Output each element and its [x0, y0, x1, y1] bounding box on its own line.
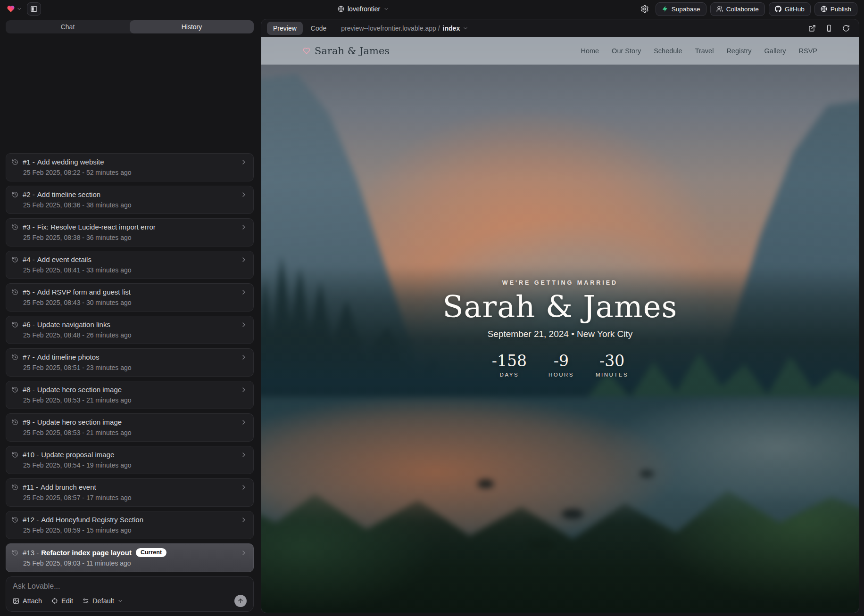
- history-item[interactable]: #2 - Add timeline section 25 Feb 2025, 0…: [6, 186, 254, 214]
- history-item-title: #10 - Update proposal image: [23, 451, 114, 459]
- preview-toolbar: Preview Code preview--lovefrontier.lovab…: [261, 19, 859, 37]
- history-item[interactable]: #13 - Refactor index page layout Current…: [6, 543, 254, 572]
- history-item[interactable]: #6 - Update navigation links 25 Feb 2025…: [6, 316, 254, 344]
- collaborate-button[interactable]: Collaborate: [710, 2, 765, 16]
- crosshair-icon: [51, 598, 58, 604]
- tab-history[interactable]: History: [130, 20, 254, 33]
- chevron-right-icon: [240, 256, 248, 263]
- heart-icon: [303, 47, 310, 55]
- attach-button[interactable]: Attach: [13, 597, 42, 605]
- project-name: lovefrontier: [348, 5, 380, 13]
- mobile-view-button[interactable]: [822, 22, 836, 35]
- site-nav-link[interactable]: Registry: [726, 47, 751, 55]
- history-item-timestamp: 25 Feb 2025, 08:22 - 52 minutes ago: [23, 169, 248, 176]
- prompt-input[interactable]: [13, 582, 247, 592]
- refresh-button[interactable]: [839, 22, 853, 35]
- history-item[interactable]: #7 - Add timeline photos 25 Feb 2025, 08…: [6, 348, 254, 377]
- users-icon: [716, 6, 723, 12]
- history-item[interactable]: #10 - Update proposal image 25 Feb 2025,…: [6, 446, 254, 474]
- site-nav-link[interactable]: RSVP: [799, 47, 818, 55]
- history-item-title: #4 - Add event details: [23, 255, 91, 264]
- history-icon: [12, 452, 18, 458]
- arrow-up-icon: [237, 598, 244, 604]
- history-item-title: #1 - Add wedding website: [23, 158, 104, 166]
- history-item-title: #11 - Add brunch event: [23, 483, 96, 492]
- history-item-timestamp: 25 Feb 2025, 08:43 - 30 minutes ago: [23, 299, 248, 306]
- sidebar: Chat History #1 - Add wedding website 25…: [0, 18, 257, 616]
- preview-panel: Preview Code preview--lovefrontier.lovab…: [261, 19, 859, 613]
- chevron-right-icon: [240, 451, 248, 459]
- edit-button[interactable]: Edit: [51, 597, 73, 605]
- history-item[interactable]: #8 - Update hero section image 25 Feb 20…: [6, 381, 254, 409]
- chevron-right-icon: [240, 288, 248, 296]
- url-host: preview--lovefrontier.lovable.app /: [341, 25, 440, 32]
- publish-button[interactable]: Publish: [814, 2, 857, 16]
- globe-icon: [821, 6, 827, 12]
- history-icon: [12, 517, 18, 523]
- history-item-timestamp: 25 Feb 2025, 08:54 - 19 minutes ago: [23, 461, 248, 469]
- supabase-button[interactable]: Supabase: [656, 2, 706, 16]
- lovable-heart-logo-icon: [7, 5, 15, 13]
- tab-chat[interactable]: Chat: [6, 20, 130, 33]
- hero-content: WE'RE GETTING MARRIED Sarah & James Sept…: [261, 37, 859, 378]
- site-nav-link[interactable]: Schedule: [654, 47, 682, 55]
- countdown-unit: -9 HOURS: [548, 352, 574, 378]
- countdown-value: -9: [548, 352, 574, 370]
- tab-preview[interactable]: Preview: [267, 22, 303, 35]
- chevron-right-icon: [240, 223, 248, 231]
- history-item-timestamp: 25 Feb 2025, 09:03 - 11 minutes ago: [23, 559, 248, 567]
- history-icon: [12, 159, 18, 165]
- topbar: lovefrontier Supabase: [0, 0, 864, 18]
- history-item[interactable]: #9 - Update hero section image 25 Feb 20…: [6, 413, 254, 442]
- countdown-label: MINUTES: [596, 371, 628, 378]
- image-icon: [13, 598, 19, 604]
- sliders-icon: [83, 598, 89, 604]
- open-in-new-tab-button[interactable]: [805, 22, 819, 35]
- supabase-icon: [662, 6, 668, 12]
- countdown-value: -158: [492, 352, 527, 370]
- site-nav-link[interactable]: Gallery: [764, 47, 786, 55]
- history-item-title: #2 - Add timeline section: [23, 190, 100, 199]
- app-root: lovefrontier Supabase: [0, 0, 864, 616]
- history-item[interactable]: #5 - Add RSVP form and guest list 25 Feb…: [6, 283, 254, 312]
- history-item-timestamp: 25 Feb 2025, 08:38 - 36 minutes ago: [23, 234, 248, 241]
- tab-code[interactable]: Code: [305, 22, 332, 35]
- current-badge: Current: [136, 548, 166, 557]
- site-nav-link[interactable]: Travel: [695, 47, 714, 55]
- site-nav-link[interactable]: Home: [581, 47, 599, 55]
- history-item[interactable]: #4 - Add event details 25 Feb 2025, 08:4…: [6, 251, 254, 279]
- preview-url[interactable]: preview--lovefrontier.lovable.app / inde…: [341, 25, 468, 32]
- lovable-menu[interactable]: [7, 5, 22, 13]
- history-icon: [12, 289, 18, 296]
- mode-select[interactable]: Default: [83, 597, 123, 605]
- site-nav: Home Our Story Schedule Travel Registry …: [581, 47, 817, 55]
- chevron-right-icon: [240, 158, 248, 166]
- github-button[interactable]: GitHub: [769, 2, 811, 16]
- history-item-timestamp: 25 Feb 2025, 08:36 - 38 minutes ago: [23, 201, 248, 209]
- history-item[interactable]: #11 - Add brunch event 25 Feb 2025, 08:5…: [6, 478, 254, 507]
- countdown-unit: -158 DAYS: [492, 352, 527, 378]
- refresh-icon: [842, 25, 850, 32]
- history-item[interactable]: #1 - Add wedding website 25 Feb 2025, 08…: [6, 153, 254, 181]
- history-item[interactable]: #3 - Fix: Resolve Lucide-react import er…: [6, 218, 254, 246]
- site-nav-link[interactable]: Our Story: [612, 47, 641, 55]
- history-item-title: #5 - Add RSVP form and guest list: [23, 288, 131, 296]
- smartphone-icon: [825, 25, 833, 32]
- toggle-sidebar-button[interactable]: [27, 2, 41, 16]
- history-icon: [12, 550, 18, 556]
- chevron-right-icon: [240, 321, 248, 329]
- send-button[interactable]: [234, 595, 247, 607]
- history-item-title: #8 - Update hero section image: [23, 386, 122, 394]
- globe-icon: [338, 6, 344, 12]
- history-item[interactable]: #12 - Add Honeyfund Registry Section 25 …: [6, 511, 254, 539]
- chevron-right-icon: [240, 386, 248, 394]
- history-item-title: #3 - Fix: Resolve Lucide-react import er…: [23, 223, 156, 231]
- history-item-timestamp: 25 Feb 2025, 08:51 - 23 minutes ago: [23, 364, 248, 371]
- site-logo[interactable]: Sarah & James: [303, 45, 390, 57]
- settings-button[interactable]: [638, 2, 652, 16]
- history-icon: [12, 419, 18, 426]
- countdown-label: DAYS: [492, 371, 527, 378]
- history-item-timestamp: 25 Feb 2025, 08:57 - 17 minutes ago: [23, 494, 248, 501]
- history-item-timestamp: 25 Feb 2025, 08:41 - 33 minutes ago: [23, 266, 248, 274]
- project-selector[interactable]: lovefrontier: [338, 0, 389, 18]
